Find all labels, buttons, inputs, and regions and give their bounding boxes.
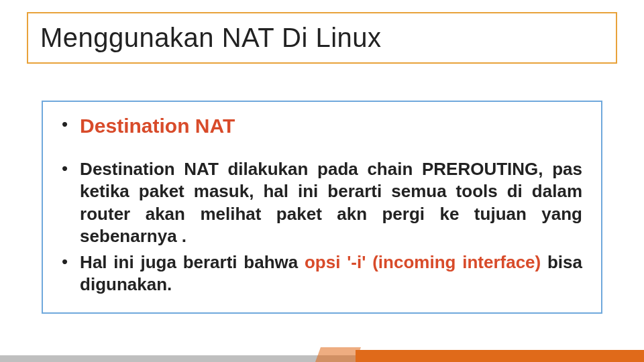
bullet-1: • Destination NAT [62, 114, 582, 138]
footer-decoration [0, 343, 644, 362]
footer-orange-bar [356, 350, 644, 362]
bullet-3-text: Hal ini juga berarti bahwa opsi '-i' (in… [80, 251, 582, 296]
bullet-3: • Hal ini juga berarti bahwa opsi '-i' (… [62, 251, 582, 296]
bullet-3-highlight: opsi '-i' (incoming interface) [305, 252, 541, 272]
title-box: Menggunakan NAT Di Linux [27, 12, 617, 64]
bullet-dot: • [62, 158, 68, 247]
body-box: • Destination NAT • Destination NAT dila… [42, 101, 602, 314]
slide-title: Menggunakan NAT Di Linux [40, 23, 604, 53]
footer-accent-wedge [315, 347, 361, 362]
bullet-1-text: Destination NAT [80, 114, 235, 138]
bullet-2: • Destination NAT dilakukan pada chain P… [62, 158, 582, 247]
bullet-dot: • [62, 251, 68, 296]
slide: Menggunakan NAT Di Linux • Destination N… [0, 0, 644, 362]
bullet-3-part-a: Hal ini juga berarti bahwa [80, 252, 305, 272]
bullet-2-text: Destination NAT dilakukan pada chain PRE… [80, 158, 582, 247]
bullet-dot: • [62, 114, 68, 138]
